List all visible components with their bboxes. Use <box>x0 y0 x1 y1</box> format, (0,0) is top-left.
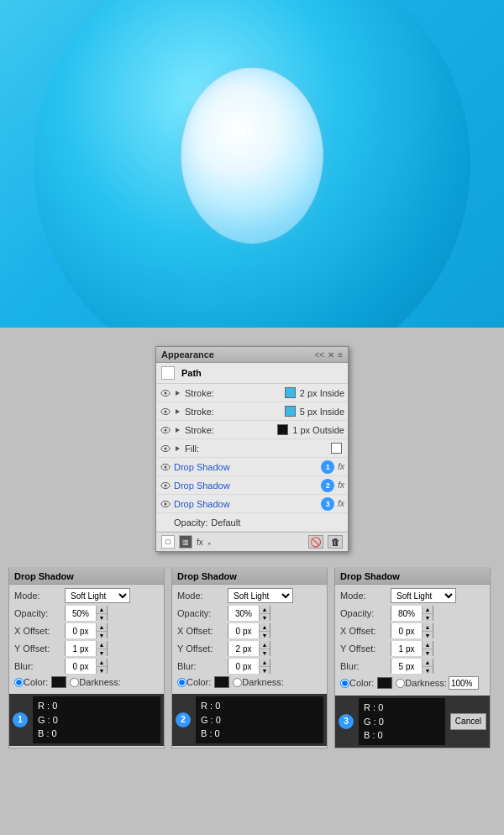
ds-blur-spinner-3[interactable]: ▲ ▼ <box>391 659 433 674</box>
ds-mode-label-2: Mode: <box>177 591 228 601</box>
ds-darkness-radio-3[interactable] <box>396 679 405 688</box>
ds-title-2: Drop Shadow <box>172 569 327 585</box>
appearance-panel: Appearance << ✕ ≡ Path Stroke: 2 px Insi… <box>155 346 349 552</box>
ds-blur-label-2: Blur: <box>177 661 228 671</box>
ds-x-spinner-2[interactable]: ▲ ▼ <box>228 623 270 638</box>
visibility-eye-ds3[interactable] <box>160 500 171 508</box>
expand-arrow-3[interactable] <box>174 426 182 434</box>
ds-opacity-input-3[interactable] <box>391 606 422 621</box>
ds-opacity-down-3[interactable]: ▼ <box>423 613 433 621</box>
ds-x-input-1[interactable] <box>66 623 96 638</box>
ds-opacity-up-1[interactable]: ▲ <box>97 606 107 613</box>
ds-y-down-2[interactable]: ▼ <box>260 649 270 656</box>
ds-color-swatch-2[interactable] <box>214 676 229 688</box>
panel-collapse[interactable]: << <box>314 350 324 360</box>
ds-opacity-up-2[interactable]: ▲ <box>260 606 270 613</box>
ds-x-spinner-3[interactable]: ▲ ▼ <box>391 623 433 638</box>
ds-y-input-3[interactable] <box>391 641 422 656</box>
panel-menu[interactable]: ≡ <box>338 350 343 360</box>
ds-color-radio-2[interactable] <box>177 678 186 687</box>
drop-shadow-link-3[interactable]: Drop Shadow <box>174 499 318 509</box>
ds-body-1: Mode: Soft Light Opacity: ▲ ▼ X Offset: <box>9 585 164 694</box>
ds-x-up-1[interactable]: ▲ <box>97 623 107 631</box>
ds-blur-up-2[interactable]: ▲ <box>260 659 270 666</box>
ds-blur-spinner-1[interactable]: ▲ ▼ <box>65 659 108 674</box>
ds-blur-down-2[interactable]: ▼ <box>260 666 270 674</box>
ds-mode-select-1[interactable]: Soft Light <box>65 588 130 603</box>
ds-color-radio-1[interactable] <box>14 678 24 687</box>
ds-y-down-3[interactable]: ▼ <box>423 649 433 656</box>
visibility-eye-ds1[interactable] <box>160 463 171 471</box>
panel-footer: □ ▥ fx ₓ 🚫 🗑 <box>156 532 348 551</box>
ds-x-input-3[interactable] <box>391 623 422 638</box>
expand-arrow-2[interactable] <box>174 407 182 416</box>
ds-rgb-display-3: R : 0 G : 0 B : 0 <box>359 698 445 745</box>
ds-num-badge-1: 1 <box>13 712 28 727</box>
ds-blur-input-3[interactable] <box>391 659 422 674</box>
ds-opacity-input-2[interactable] <box>228 606 259 621</box>
panel-close[interactable]: ✕ <box>328 350 334 360</box>
ds-y-spinner-2[interactable]: ▲ ▼ <box>228 641 270 656</box>
ds-y-spinner-1[interactable]: ▲ ▼ <box>65 641 108 656</box>
ds-darkness-radio-2[interactable] <box>233 678 242 687</box>
visibility-eye-2[interactable] <box>160 407 171 416</box>
ds-x-down-3[interactable]: ▼ <box>423 631 433 638</box>
ds-x-input-2[interactable] <box>228 623 259 638</box>
ds-x-up-2[interactable]: ▲ <box>260 623 270 631</box>
ds-blur-up-1[interactable]: ▲ <box>97 659 107 666</box>
visibility-eye-1[interactable] <box>160 389 171 397</box>
expand-arrow-fill[interactable] <box>174 444 182 453</box>
ds-opacity-spinner-1[interactable]: ▲ ▼ <box>65 606 108 621</box>
ds-blur-input-2[interactable] <box>228 659 259 674</box>
stroke-color-2[interactable] <box>285 406 296 417</box>
ds-footer-3: 3 R : 0 G : 0 B : 0 Cancel <box>335 696 490 748</box>
visibility-eye-3[interactable] <box>160 426 171 434</box>
ds-x-down-2[interactable]: ▼ <box>260 631 270 638</box>
ds-darkness-label-1: Darkness: <box>79 677 121 687</box>
fill-color[interactable] <box>331 443 342 454</box>
ds-cancel-btn-3[interactable]: Cancel <box>450 713 486 730</box>
ds-mode-select-2[interactable]: Soft Light <box>228 588 293 603</box>
ds-x-spinner-1[interactable]: ▲ ▼ <box>65 623 108 638</box>
ds-opacity-down-2[interactable]: ▼ <box>260 613 270 621</box>
drop-shadow-link-2[interactable]: Drop Shadow <box>174 481 318 491</box>
ds-darkness-input-3[interactable] <box>449 676 479 690</box>
trash-btn[interactable]: 🗑 <box>328 535 343 549</box>
ds-g-3: G : 0 <box>364 715 440 729</box>
ds-y-input-2[interactable] <box>228 641 259 656</box>
delete-btn[interactable]: 🚫 <box>308 535 323 549</box>
expand-arrow-1[interactable] <box>174 389 182 397</box>
ds-blur-field-2: Blur: ▲ ▼ <box>177 659 322 674</box>
ds-color-radio-3[interactable] <box>340 679 349 688</box>
ds-opacity-spinner-2[interactable]: ▲ ▼ <box>228 606 270 621</box>
drop-shadow-link-1[interactable]: Drop Shadow <box>174 462 318 472</box>
ds-y-up-2[interactable]: ▲ <box>260 641 270 649</box>
fx-label-2: fx <box>338 481 344 490</box>
ds-y-up-3[interactable]: ▲ <box>423 641 433 649</box>
ds-blur-input-1[interactable] <box>66 659 96 674</box>
ds-x-up-3[interactable]: ▲ <box>423 623 433 631</box>
panel-controls: << ✕ ≡ <box>314 350 343 360</box>
ds-y-spinner-3[interactable]: ▲ ▼ <box>391 641 433 656</box>
ds-blur-down-3[interactable]: ▼ <box>423 666 433 674</box>
ds-mode-select-3[interactable]: Soft Light <box>391 588 456 603</box>
ds-opacity-up-3[interactable]: ▲ <box>423 606 433 613</box>
ds-y-input-1[interactable] <box>66 641 96 656</box>
ds-x-down-1[interactable]: ▼ <box>97 631 107 638</box>
visibility-eye-fill[interactable] <box>160 444 171 453</box>
ds-color-swatch-1[interactable] <box>51 676 66 688</box>
stroke-color-1[interactable] <box>285 387 296 398</box>
stroke-color-3[interactable] <box>277 424 288 435</box>
ds-opacity-input-1[interactable] <box>66 606 96 621</box>
visibility-eye-ds2[interactable] <box>160 481 171 490</box>
ds-opacity-down-1[interactable]: ▼ <box>97 613 107 621</box>
ds-blur-spinner-2[interactable]: ▲ ▼ <box>228 659 270 674</box>
ds-y-down-1[interactable]: ▼ <box>97 649 107 656</box>
ds-y-up-1[interactable]: ▲ <box>97 641 107 649</box>
ds-blur-up-3[interactable]: ▲ <box>423 659 433 666</box>
ds-darkness-radio-1[interactable] <box>70 678 79 687</box>
ds-opacity-spinner-3[interactable]: ▲ ▼ <box>391 606 433 621</box>
ds-badge-2: 2 <box>321 479 334 492</box>
ds-blur-down-1[interactable]: ▼ <box>97 666 107 674</box>
ds-color-swatch-3[interactable] <box>377 677 392 689</box>
